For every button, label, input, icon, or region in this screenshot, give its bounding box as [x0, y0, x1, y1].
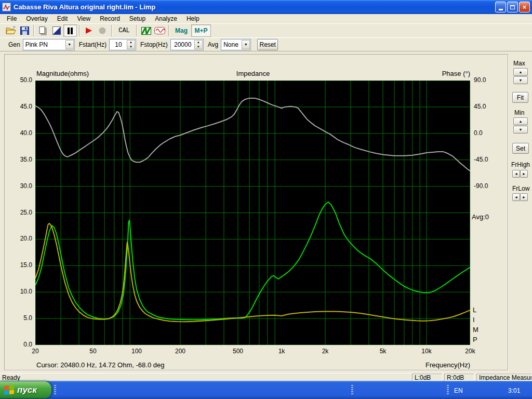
taskbar: пуск ee●⚑WXP●●⇄∫●ARESISIS≡▶▣◢Ps●✳@▮♖ H. …: [0, 381, 532, 399]
max-down-button[interactable]: ▼: [513, 76, 528, 84]
spin-up-icon[interactable]: ▲: [195, 40, 202, 45]
magnitude-phase-view-label: M+P: [194, 27, 207, 34]
y-axis-tick-right: 90.0: [474, 76, 486, 84]
save-file-button[interactable]: [18, 24, 31, 37]
down-arrow-icon: ▼: [519, 78, 523, 82]
min-down-button[interactable]: ▼: [513, 126, 528, 134]
set-button[interactable]: Set: [512, 143, 529, 154]
x-axis-tick: 1k: [278, 348, 285, 355]
menu-view[interactable]: View: [72, 15, 95, 23]
limp-watermark-letter: I: [473, 316, 480, 324]
status-message: Ready: [2, 374, 20, 381]
quicklaunch-handle[interactable]: [54, 385, 56, 395]
x-axis-tick: 50: [89, 348, 96, 355]
chevron-down-icon[interactable]: ▼: [242, 40, 250, 49]
language-indicator[interactable]: EN: [454, 387, 463, 394]
title-bar[interactable]: Cabasse Riva Altura original right.lim -…: [0, 0, 532, 14]
up-arrow-icon: ▲: [519, 119, 523, 123]
close-button[interactable]: ×: [519, 2, 530, 12]
spectrum-analyzer-button[interactable]: [139, 24, 153, 37]
left-axis-title: Magnitude(ohms): [36, 70, 89, 77]
y-axis-tick-left: 0.0: [9, 341, 32, 348]
spin-down-icon[interactable]: ▼: [195, 45, 202, 49]
toolbar-separator: [33, 25, 34, 36]
menu-setup[interactable]: Setup: [125, 15, 150, 23]
up-arrow-icon: ▲: [519, 70, 523, 74]
right-arrow-icon: ►: [522, 172, 526, 176]
restore-button[interactable]: [507, 2, 518, 12]
copy-button[interactable]: [36, 24, 50, 37]
y-axis-tick-left: 20.0: [9, 235, 32, 242]
y-axis-tick-left: 40.0: [9, 129, 32, 137]
y-axis-tick-left: 35.0: [9, 156, 32, 163]
min-scale-label: Min: [514, 109, 524, 116]
limp-watermark-letter: L: [473, 306, 480, 314]
chevron-down-icon[interactable]: ▼: [65, 40, 74, 49]
frhigh-right-button[interactable]: ►: [520, 170, 528, 178]
y-axis-tick-left: 45.0: [9, 103, 32, 110]
stop-pause-button[interactable]: [63, 24, 77, 37]
menu-help[interactable]: Help: [182, 15, 204, 23]
menu-file[interactable]: File: [2, 15, 21, 23]
frlow-right-button[interactable]: ►: [520, 193, 528, 201]
y-axis-tick-right: 0.0: [474, 129, 483, 137]
y-axis-tick-right: -90.0: [474, 182, 488, 190]
reset-button[interactable]: Reset: [257, 39, 278, 50]
restore-icon: [510, 5, 515, 9]
start-button[interactable]: пуск: [0, 381, 51, 398]
reset-label: Reset: [259, 41, 275, 48]
left-arrow-icon: ◄: [514, 172, 518, 176]
fstart-input[interactable]: 10 ▲▼: [109, 39, 136, 50]
frlow-left-button[interactable]: ◄: [512, 193, 520, 201]
toolbar-separator: [136, 25, 137, 36]
magnitude-view-button[interactable]: Mag: [171, 24, 191, 37]
oscilloscope-button[interactable]: [153, 24, 166, 37]
minimize-button[interactable]: [495, 2, 506, 12]
right-axis-title: Phase (°): [399, 70, 470, 77]
frhigh-left-button[interactable]: ◄: [512, 170, 520, 178]
left-level-indicator: L:0dB: [412, 374, 442, 381]
menu-record[interactable]: Record: [95, 15, 125, 23]
right-arrow-icon: ►: [522, 195, 526, 199]
record-play-button[interactable]: [82, 24, 96, 37]
avg-select[interactable]: None ▼: [221, 39, 251, 50]
fstart-stepper[interactable]: ▲▼: [127, 40, 135, 49]
set-label: Set: [516, 145, 525, 152]
max-scale-label: Max: [513, 60, 525, 67]
menu-overlay[interactable]: Overlay: [21, 15, 52, 23]
grid-lines: [35, 81, 470, 345]
fstop-label: Fstop(Hz): [140, 41, 168, 48]
frhigh-label: FrHigh: [511, 161, 530, 168]
toolbar-separator: [79, 25, 80, 36]
limp-watermark-letter: M: [473, 326, 480, 334]
max-up-button[interactable]: ▲: [513, 68, 528, 76]
avg-label: Avg: [208, 41, 218, 48]
x-axis-tick: 200: [175, 348, 185, 355]
fstop-stepper[interactable]: ▲▼: [194, 40, 203, 49]
bw-palette-button[interactable]: [50, 24, 63, 37]
fstop-value: 20000: [174, 41, 191, 48]
menu-analyze[interactable]: Analyze: [150, 15, 182, 23]
fstart-value: 10: [115, 41, 122, 48]
magnitude-phase-view-button[interactable]: M+P: [191, 24, 211, 37]
spin-down-icon[interactable]: ▼: [127, 45, 135, 49]
min-up-button[interactable]: ▲: [513, 117, 528, 125]
menu-edit[interactable]: Edit: [52, 15, 73, 23]
start-label: пуск: [17, 385, 37, 395]
impedance-plot-area[interactable]: [35, 81, 470, 345]
limp-app-icon[interactable]: [2, 3, 11, 11]
y-axis-tick-left: 5.0: [9, 314, 32, 322]
fit-button[interactable]: Fit: [512, 92, 528, 103]
toolbar-separator: [111, 25, 112, 36]
fstop-input[interactable]: 20000 ▲▼: [170, 39, 204, 50]
windows-logo-icon: [4, 384, 15, 395]
open-file-button[interactable]: [4, 24, 18, 37]
taskband-handle[interactable]: [351, 385, 353, 395]
generator-type-value: Pink PN: [25, 41, 48, 48]
generator-type-select[interactable]: Pink PN ▼: [23, 39, 75, 50]
y-axis-tick-left: 10.0: [9, 288, 32, 295]
chart-title: Impedance: [196, 70, 310, 77]
calibrate-button[interactable]: CAL: [114, 24, 134, 37]
record-button[interactable]: [96, 24, 109, 37]
spin-up-icon[interactable]: ▲: [127, 40, 135, 45]
